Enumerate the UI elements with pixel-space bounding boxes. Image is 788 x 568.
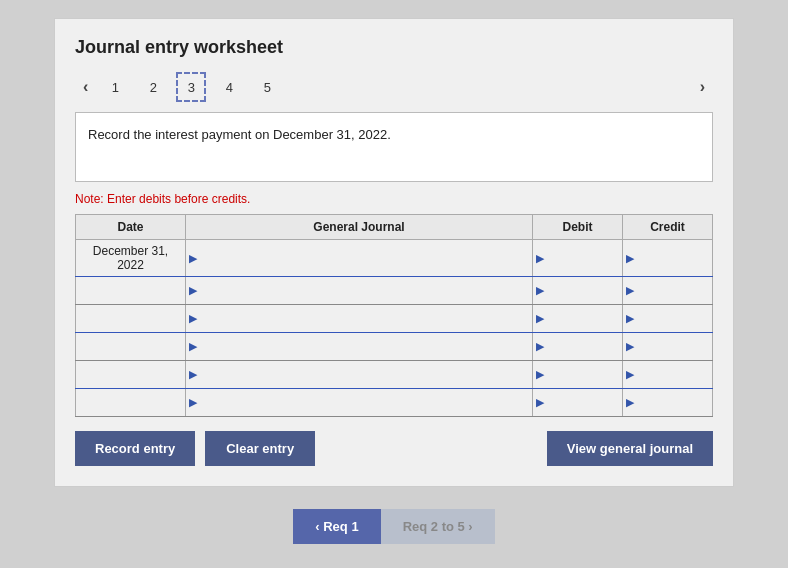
page-4[interactable]: 4 bbox=[214, 72, 244, 102]
arrow-icon-0: ▶ bbox=[186, 252, 197, 265]
journal-cell-2[interactable]: ▶ bbox=[186, 305, 533, 333]
table-row: December 31,2022 ▶ ▶ ▶ bbox=[76, 240, 713, 277]
date-cell-2 bbox=[76, 305, 186, 333]
credit-arrow-4: ▶ bbox=[623, 368, 634, 381]
debit-input-4[interactable] bbox=[544, 366, 622, 384]
date-cell-0: December 31,2022 bbox=[76, 240, 186, 277]
journal-cell-5[interactable]: ▶ bbox=[186, 389, 533, 417]
credit-input-0[interactable] bbox=[634, 249, 712, 267]
pagination: ‹ 1 2 3 4 5 › bbox=[75, 72, 713, 102]
date-cell-5 bbox=[76, 389, 186, 417]
journal-cell-1[interactable]: ▶ bbox=[186, 277, 533, 305]
credit-input-5[interactable] bbox=[634, 394, 712, 412]
journal-input-3[interactable] bbox=[197, 338, 532, 356]
worksheet-container: Journal entry worksheet ‹ 1 2 3 4 5 › Re… bbox=[54, 18, 734, 487]
date-cell-4 bbox=[76, 361, 186, 389]
credit-arrow-2: ▶ bbox=[623, 312, 634, 325]
credit-cell-4[interactable]: ▶ bbox=[623, 361, 713, 389]
next-req-button: Req 2 to 5 › bbox=[381, 509, 495, 544]
header-debit: Debit bbox=[533, 215, 623, 240]
debit-input-1[interactable] bbox=[544, 282, 622, 300]
credit-arrow-0: ▶ bbox=[623, 252, 634, 265]
journal-cell-3[interactable]: ▶ bbox=[186, 333, 533, 361]
arrow-icon-4: ▶ bbox=[186, 368, 197, 381]
page-5[interactable]: 5 bbox=[252, 72, 282, 102]
debit-arrow-2: ▶ bbox=[533, 312, 544, 325]
arrow-icon-2: ▶ bbox=[186, 312, 197, 325]
table-row: ▶ ▶ ▶ bbox=[76, 305, 713, 333]
credit-input-1[interactable] bbox=[634, 282, 712, 300]
journal-input-4[interactable] bbox=[197, 366, 532, 384]
page-3-active[interactable]: 3 bbox=[176, 72, 206, 102]
journal-cell-4[interactable]: ▶ bbox=[186, 361, 533, 389]
debit-arrow-5: ▶ bbox=[533, 396, 544, 409]
debit-cell-1[interactable]: ▶ bbox=[533, 277, 623, 305]
debit-cell-0[interactable]: ▶ bbox=[533, 240, 623, 277]
worksheet-title: Journal entry worksheet bbox=[75, 37, 713, 58]
credit-cell-3[interactable]: ▶ bbox=[623, 333, 713, 361]
debit-arrow-3: ▶ bbox=[533, 340, 544, 353]
prev-req-button[interactable]: ‹ Req 1 bbox=[293, 509, 380, 544]
prev-page-button[interactable]: ‹ bbox=[75, 74, 96, 100]
bottom-navigation: ‹ Req 1 Req 2 to 5 › bbox=[293, 509, 494, 544]
debit-cell-2[interactable]: ▶ bbox=[533, 305, 623, 333]
debit-arrow-1: ▶ bbox=[533, 284, 544, 297]
credit-cell-5[interactable]: ▶ bbox=[623, 389, 713, 417]
credit-cell-2[interactable]: ▶ bbox=[623, 305, 713, 333]
arrow-icon-3: ▶ bbox=[186, 340, 197, 353]
table-row: ▶ ▶ ▶ bbox=[76, 277, 713, 305]
table-row: ▶ ▶ ▶ bbox=[76, 361, 713, 389]
instruction-text: Record the interest payment on December … bbox=[88, 127, 391, 142]
table-row: ▶ ▶ ▶ bbox=[76, 333, 713, 361]
debit-cell-3[interactable]: ▶ bbox=[533, 333, 623, 361]
buttons-row: Record entry Clear entry View general jo… bbox=[75, 431, 713, 466]
credit-arrow-1: ▶ bbox=[623, 284, 634, 297]
debit-arrow-4: ▶ bbox=[533, 368, 544, 381]
date-cell-1 bbox=[76, 277, 186, 305]
journal-input-2[interactable] bbox=[197, 310, 532, 328]
journal-table: Date General Journal Debit Credit Decemb… bbox=[75, 214, 713, 417]
credit-cell-1[interactable]: ▶ bbox=[623, 277, 713, 305]
header-credit: Credit bbox=[623, 215, 713, 240]
page-2[interactable]: 2 bbox=[138, 72, 168, 102]
view-general-journal-button[interactable]: View general journal bbox=[547, 431, 713, 466]
header-journal: General Journal bbox=[186, 215, 533, 240]
instruction-box: Record the interest payment on December … bbox=[75, 112, 713, 182]
next-page-button[interactable]: › bbox=[692, 74, 713, 100]
credit-arrow-3: ▶ bbox=[623, 340, 634, 353]
credit-arrow-5: ▶ bbox=[623, 396, 634, 409]
debit-input-3[interactable] bbox=[544, 338, 622, 356]
record-entry-button[interactable]: Record entry bbox=[75, 431, 195, 466]
journal-input-5[interactable] bbox=[197, 394, 532, 412]
date-cell-3 bbox=[76, 333, 186, 361]
page-1[interactable]: 1 bbox=[100, 72, 130, 102]
journal-input-0[interactable] bbox=[197, 249, 532, 267]
debit-input-0[interactable] bbox=[544, 249, 622, 267]
credit-input-3[interactable] bbox=[634, 338, 712, 356]
note-text: Note: Enter debits before credits. bbox=[75, 192, 713, 206]
credit-input-4[interactable] bbox=[634, 366, 712, 384]
table-row: ▶ ▶ ▶ bbox=[76, 389, 713, 417]
debit-input-5[interactable] bbox=[544, 394, 622, 412]
clear-entry-button[interactable]: Clear entry bbox=[205, 431, 315, 466]
debit-cell-5[interactable]: ▶ bbox=[533, 389, 623, 417]
credit-input-2[interactable] bbox=[634, 310, 712, 328]
debit-cell-4[interactable]: ▶ bbox=[533, 361, 623, 389]
debit-arrow-0: ▶ bbox=[533, 252, 544, 265]
arrow-icon-1: ▶ bbox=[186, 284, 197, 297]
credit-cell-0[interactable]: ▶ bbox=[623, 240, 713, 277]
journal-input-1[interactable] bbox=[197, 282, 532, 300]
journal-cell-0[interactable]: ▶ bbox=[186, 240, 533, 277]
header-date: Date bbox=[76, 215, 186, 240]
debit-input-2[interactable] bbox=[544, 310, 622, 328]
arrow-icon-5: ▶ bbox=[186, 396, 197, 409]
